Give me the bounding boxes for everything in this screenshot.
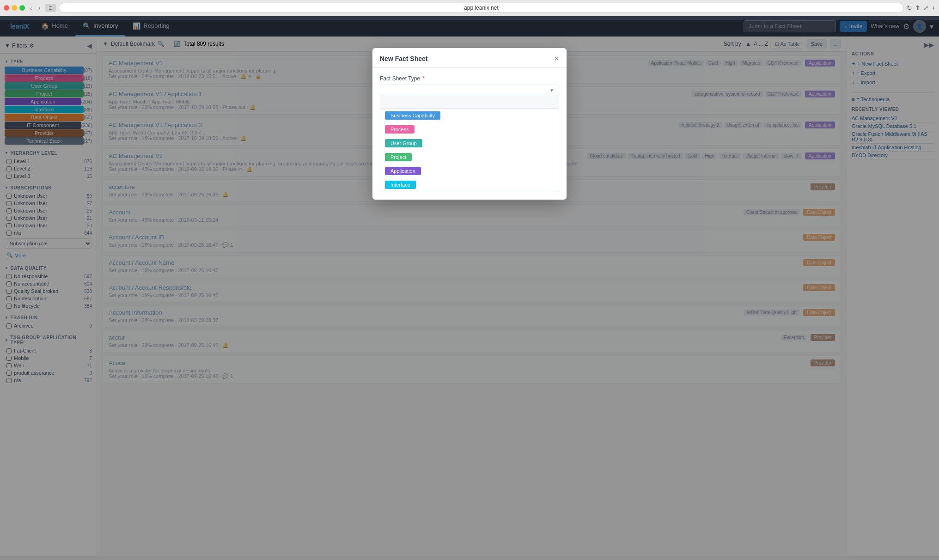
browser-actions: ⬆ ⤢ +: [915, 4, 935, 12]
modal-title: New Fact Sheet: [380, 55, 427, 62]
fact-sheet-type-label: Fact Sheet Type *: [380, 75, 559, 82]
option-badge[interactable]: Business Capability: [385, 111, 440, 120]
browser-chrome: ‹ › □ app.leanix.net ↻ ⬆ ⤢ +: [0, 0, 939, 16]
fact-sheet-type-select[interactable]: ▼: [380, 85, 559, 96]
minimize-window-btn[interactable]: [12, 5, 17, 11]
dropdown-option[interactable]: Application: [380, 164, 559, 178]
address-bar[interactable]: app.leanix.net: [59, 3, 904, 13]
new-fact-sheet-modal: New Fact Sheet × Fact Sheet Type * ▼ Bus…: [372, 48, 567, 200]
tab-button[interactable]: □: [45, 4, 56, 12]
reload-button[interactable]: ↻: [907, 4, 912, 12]
dropdown-option[interactable]: User Group: [380, 136, 559, 150]
option-badge[interactable]: Interface: [385, 181, 416, 189]
dropdown-option[interactable]: Interface: [380, 178, 559, 192]
option-badge[interactable]: Project: [385, 153, 412, 161]
fact-sheet-type-select-wrapper: ▼ Business CapabilityProcessUser GroupPr…: [380, 85, 559, 192]
dropdown-arrow-icon: ▼: [549, 88, 554, 93]
close-window-btn[interactable]: [4, 5, 9, 11]
dropdown-option[interactable]: Project: [380, 150, 559, 164]
forward-button[interactable]: ›: [36, 3, 43, 12]
browser-nav-buttons: ‹ ›: [28, 3, 43, 12]
dropdown-option[interactable]: Process: [380, 122, 559, 136]
option-badge[interactable]: Process: [385, 125, 415, 134]
dropdown-list: Business CapabilityProcessUser GroupProj…: [380, 96, 559, 192]
new-tab-button[interactable]: +: [932, 4, 935, 12]
modal-header: New Fact Sheet ×: [372, 48, 567, 68]
traffic-lights: [4, 5, 25, 11]
share-button[interactable]: ⬆: [915, 4, 921, 12]
modal-body: Fact Sheet Type * ▼ Business CapabilityP…: [372, 68, 567, 200]
option-badge[interactable]: User Group: [385, 139, 422, 147]
required-indicator: *: [423, 75, 425, 82]
modal-close-button[interactable]: ×: [554, 55, 559, 63]
dropdown-options: Business CapabilityProcessUser GroupProj…: [380, 109, 559, 192]
dropdown-option[interactable]: Business Capability: [380, 109, 559, 122]
fullscreen-window-btn[interactable]: [19, 5, 25, 11]
fullscreen-button[interactable]: ⤢: [923, 4, 929, 12]
modal-overlay[interactable]: New Fact Sheet × Fact Sheet Type * ▼ Bus…: [0, 20, 939, 556]
dropdown-search-input[interactable]: [380, 96, 559, 109]
option-badge[interactable]: Application: [385, 167, 421, 175]
back-button[interactable]: ‹: [28, 3, 35, 12]
